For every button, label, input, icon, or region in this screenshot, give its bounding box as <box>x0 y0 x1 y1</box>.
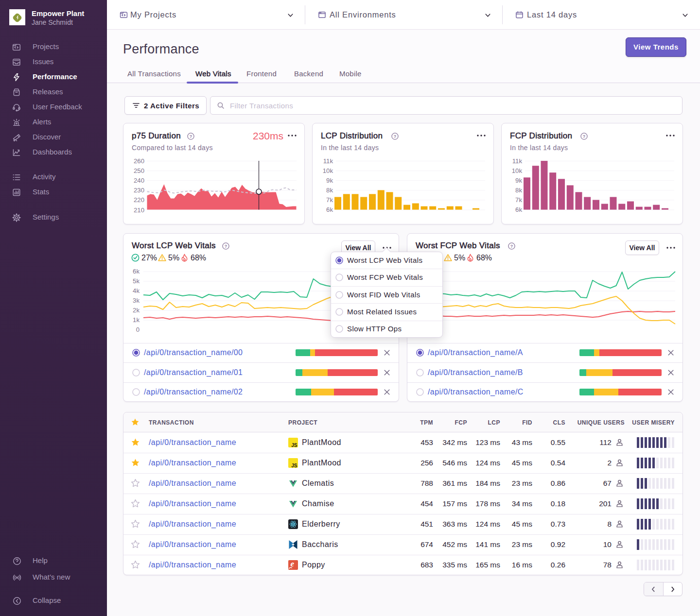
svg-text:?: ? <box>394 134 396 139</box>
svg-text:?: ? <box>225 244 227 249</box>
svg-text:?: ? <box>510 244 513 249</box>
svg-text:?: ? <box>190 134 192 139</box>
svg-text:?: ? <box>583 134 585 139</box>
